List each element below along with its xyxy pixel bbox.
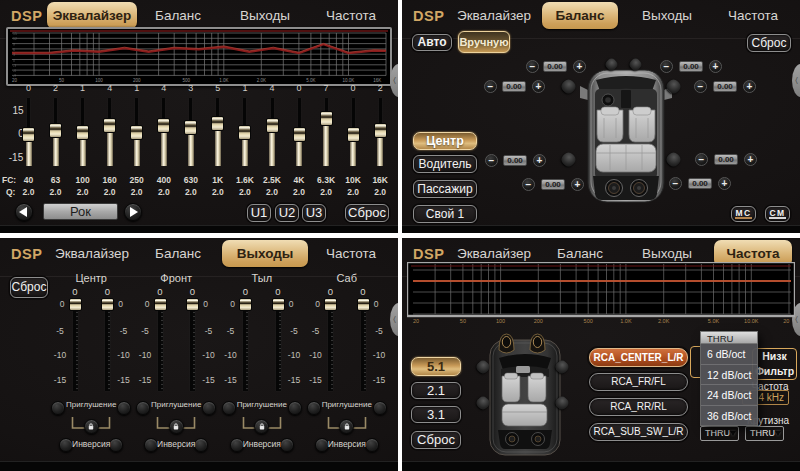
svg-text:-3: -3 [13, 64, 16, 68]
svg-text:100: 100 [496, 318, 505, 324]
svg-text:50: 50 [460, 318, 466, 324]
svg-text:12: 12 [13, 37, 17, 41]
svg-text:0: 0 [13, 59, 15, 63]
svg-text:3: 3 [13, 53, 15, 57]
svg-text:-9: -9 [13, 74, 16, 78]
svg-text:10.0K: 10.0K [343, 78, 355, 83]
svg-text:200: 200 [534, 318, 543, 324]
svg-text:500: 500 [584, 318, 593, 324]
svg-text:5.0K: 5.0K [708, 318, 720, 324]
svg-text:15: 15 [13, 32, 17, 36]
svg-text:200: 200 [133, 78, 141, 83]
svg-text:16K: 16K [373, 78, 381, 83]
svg-text:1.0K: 1.0K [219, 78, 228, 83]
svg-text:50: 50 [59, 78, 65, 83]
svg-text:10.0K: 10.0K [744, 318, 759, 324]
svg-text:20: 20 [413, 318, 419, 324]
svg-text:2.0K: 2.0K [658, 318, 670, 324]
svg-text:1.0K: 1.0K [620, 318, 632, 324]
svg-text:6: 6 [13, 48, 15, 52]
svg-text:20: 20 [783, 318, 789, 324]
svg-text:-6: -6 [13, 69, 16, 73]
svg-text:2.0K: 2.0K [257, 78, 266, 83]
svg-text:5.0K: 5.0K [306, 78, 315, 83]
svg-text:100: 100 [95, 78, 103, 83]
svg-text:9: 9 [13, 43, 15, 47]
svg-text:500: 500 [183, 78, 191, 83]
